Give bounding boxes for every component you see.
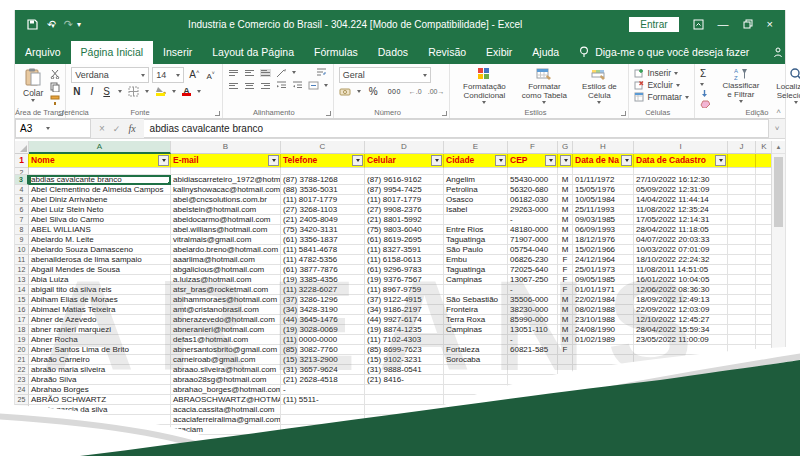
row-number-12[interactable]: 12 (15, 265, 29, 275)
number-dialog-launcher[interactable] (442, 111, 447, 116)
cell[interactable]: (15) 3213-2900 (281, 355, 365, 365)
cell[interactable]: (61) 9296-9783 (365, 265, 444, 275)
cell[interactable] (365, 168, 444, 175)
cell[interactable]: 38230-000 (508, 305, 558, 315)
cell[interactable]: - (508, 285, 558, 295)
cell[interactable] (573, 355, 634, 365)
cell[interactable]: Abraão Carneiro (29, 355, 171, 365)
styles-dialog-launcher[interactable] (621, 111, 626, 116)
decrease-decimal-icon[interactable]: .00→ (428, 88, 445, 95)
cell[interactable]: 05754-040 (508, 245, 558, 255)
cell[interactable]: 01/11/1972 (573, 175, 634, 185)
cell[interactable]: 08/02/1988 (573, 305, 634, 315)
align-right-icon[interactable] (260, 82, 271, 90)
delete-cells-button[interactable]: Excluir (634, 80, 688, 90)
minimize-icon[interactable]: — (718, 18, 729, 30)
cell[interactable]: abrahao_borges@hotmail.com (171, 385, 281, 395)
autosum-icon[interactable]: Σ (700, 69, 713, 87)
filter-dropdown-button[interactable] (158, 155, 169, 166)
scrollbar-thumb[interactable] (774, 157, 783, 227)
cell[interactable]: São Paulo (444, 245, 508, 255)
row-number-2[interactable]: 2 (15, 168, 29, 175)
row-number-5[interactable]: 5 (15, 195, 29, 205)
cell[interactable]: M (558, 305, 573, 315)
cell[interactable]: abraao.silveira@hotmail.com (171, 365, 281, 375)
tab-revisão[interactable]: Revisão (418, 41, 476, 64)
merge-center-icon[interactable] (308, 81, 319, 90)
cell[interactable] (728, 265, 756, 275)
cell[interactable]: Fronteira (444, 305, 508, 315)
percent-style-button[interactable]: % (367, 86, 380, 97)
wrap-text-icon[interactable] (316, 68, 327, 77)
cell[interactable]: (61) 8619-2695 (365, 235, 444, 245)
cell[interactable]: 06826-230 (508, 255, 558, 265)
cell[interactable]: abeldocarmo@hotmail.com (171, 215, 281, 225)
cell[interactable]: M (558, 205, 573, 215)
font-dialog-launcher[interactable] (215, 111, 220, 116)
italic-button[interactable]: I (89, 86, 96, 97)
cell[interactable]: 11/08/2022 12:35:24 (634, 205, 728, 215)
cell[interactable] (728, 235, 756, 245)
row-number-14[interactable]: 14 (15, 285, 29, 295)
save-icon[interactable] (27, 19, 38, 30)
sort-filter-button[interactable]: AZ Classificar e Filtrar (717, 67, 766, 106)
row-number-9[interactable]: 9 (15, 235, 29, 245)
cell[interactable] (444, 375, 508, 385)
cell[interactable]: Abimael Matias Teixeira (29, 305, 171, 315)
cell[interactable] (444, 285, 508, 295)
tab-ajuda[interactable]: Ajuda (522, 41, 569, 64)
shrink-font-button[interactable]: A˅ (205, 70, 217, 81)
cell[interactable]: 35506-000 (508, 295, 558, 305)
cell[interactable]: 72025-640 (508, 265, 558, 275)
cell[interactable]: 06182-030 (508, 195, 558, 205)
filter-dropdown-button[interactable] (352, 155, 363, 166)
tell-me-box[interactable]: Diga-me o que você deseja fazer (569, 46, 759, 64)
cell[interactable] (728, 385, 756, 395)
restore-icon[interactable] (743, 19, 753, 29)
cell[interactable]: (88) 3536-5031 (281, 185, 365, 195)
cell[interactable]: acaciam (171, 425, 281, 435)
cell[interactable]: ABRAOSCHWARTZ@HOTMAIL.COM (171, 395, 281, 405)
row-number-17[interactable]: 17 (15, 315, 29, 325)
vertical-scrollbar[interactable]: ▲ (771, 141, 785, 456)
align-middle-icon[interactable] (244, 69, 255, 77)
cell[interactable] (444, 415, 508, 425)
cell[interactable]: 13067-250 (508, 275, 558, 285)
cell[interactable]: (11) 8017-1779 (281, 195, 365, 205)
column-header-I[interactable]: I (634, 141, 728, 154)
cell[interactable]: Abgail Mendes de Sousa (29, 265, 171, 275)
cell[interactable]: 28/04/2022 11:18:05 (634, 225, 728, 235)
cell[interactable]: Embu (444, 255, 508, 265)
cell[interactable] (365, 415, 444, 425)
row-number-19[interactable]: 19 (15, 335, 29, 345)
expand-formula-bar-icon[interactable]: ˅ (769, 119, 785, 138)
cell[interactable]: 09/05/1985 (573, 275, 634, 285)
collapse-ribbon-icon[interactable]: ˄ (776, 107, 781, 116)
cell[interactable] (444, 425, 508, 435)
row-number-28[interactable]: 28 (15, 425, 29, 435)
cell[interactable]: 17/05/2022 12:14:31 (634, 215, 728, 225)
cell[interactable]: (21) 2628-4518 (281, 375, 365, 385)
cell[interactable]: 22/09/2022 12:03:09 (634, 305, 728, 315)
cell[interactable] (281, 415, 365, 425)
cell[interactable]: Campinas (444, 275, 508, 285)
cell[interactable]: M (558, 215, 573, 225)
cell[interactable]: (31) 9888-0541 (365, 365, 444, 375)
cell[interactable] (728, 195, 756, 205)
tab-página-inicial[interactable]: Página Inicial (71, 41, 153, 64)
cell[interactable]: aaarlima@hotmail.com (171, 255, 281, 265)
cell[interactable] (558, 365, 573, 375)
format-as-table-button[interactable]: Formatar como Tabela (515, 67, 573, 106)
cell[interactable] (508, 168, 558, 175)
cell[interactable]: (11) 8967-9759 (365, 285, 444, 295)
accounting-format-icon[interactable] (339, 87, 351, 97)
cell[interactable]: Campinas (444, 325, 508, 335)
cell[interactable]: 29263-000 (508, 205, 558, 215)
cell[interactable] (728, 215, 756, 225)
cell[interactable]: (11) 5841-4678 (281, 245, 365, 255)
cell[interactable]: 56320-680 (508, 185, 558, 195)
cell[interactable]: abgalicious@hotmail.com (171, 265, 281, 275)
cell[interactable] (558, 375, 573, 385)
cell[interactable] (508, 375, 558, 385)
cell[interactable]: Entre Rios (444, 225, 508, 235)
